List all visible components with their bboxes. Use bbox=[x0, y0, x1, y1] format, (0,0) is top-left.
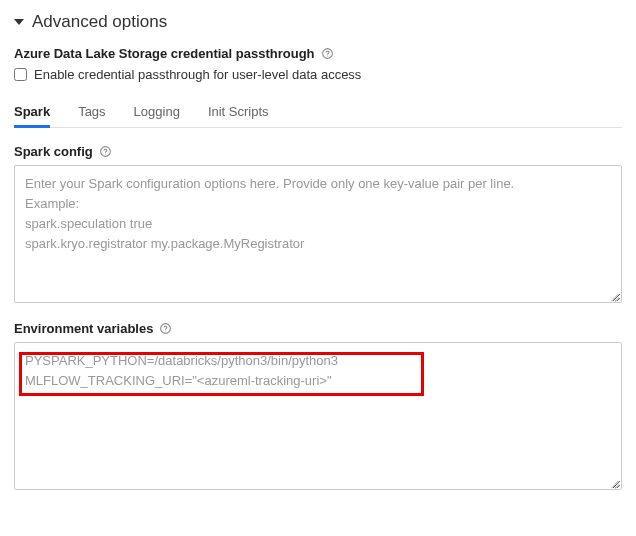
env-vars-field: Environment variables PYSPARK_PYTHON=/da… bbox=[14, 321, 622, 490]
help-icon[interactable] bbox=[321, 47, 334, 60]
tab-spark[interactable]: Spark bbox=[14, 98, 50, 127]
svg-point-1 bbox=[327, 55, 328, 56]
spark-config-placeholder: Enter your Spark configuration options h… bbox=[25, 176, 514, 251]
env-vars-label-text: Environment variables bbox=[14, 321, 153, 336]
spark-config-field: Spark config Enter your Spark configurat… bbox=[14, 144, 622, 303]
passthrough-checkbox-row: Enable credential passthrough for user-l… bbox=[14, 67, 622, 82]
passthrough-checkbox[interactable] bbox=[14, 68, 27, 81]
passthrough-checkbox-label[interactable]: Enable credential passthrough for user-l… bbox=[34, 67, 361, 82]
tab-logging[interactable]: Logging bbox=[134, 98, 180, 127]
section-title: Advanced options bbox=[32, 12, 167, 32]
env-vars-label: Environment variables bbox=[14, 321, 622, 336]
svg-point-3 bbox=[105, 153, 106, 154]
help-icon[interactable] bbox=[99, 145, 112, 158]
spark-config-label: Spark config bbox=[14, 144, 622, 159]
env-vars-value: PYSPARK_PYTHON=/databricks/python3/bin/p… bbox=[25, 353, 338, 388]
resize-handle-icon[interactable] bbox=[609, 291, 619, 301]
env-vars-wrapper: PYSPARK_PYTHON=/databricks/python3/bin/p… bbox=[14, 342, 622, 490]
tab-init-scripts[interactable]: Init Scripts bbox=[208, 98, 269, 127]
tab-tags[interactable]: Tags bbox=[78, 98, 105, 127]
spark-config-label-text: Spark config bbox=[14, 144, 93, 159]
caret-down-icon bbox=[14, 19, 24, 25]
resize-handle-icon[interactable] bbox=[609, 478, 619, 488]
env-vars-textarea[interactable]: PYSPARK_PYTHON=/databricks/python3/bin/p… bbox=[14, 342, 622, 490]
help-icon[interactable] bbox=[159, 322, 172, 335]
config-tabs: Spark Tags Logging Init Scripts bbox=[14, 98, 622, 128]
svg-point-5 bbox=[165, 330, 166, 331]
passthrough-label: Azure Data Lake Storage credential passt… bbox=[14, 46, 622, 61]
spark-config-textarea[interactable]: Enter your Spark configuration options h… bbox=[14, 165, 622, 303]
advanced-options-header[interactable]: Advanced options bbox=[14, 12, 622, 32]
passthrough-label-text: Azure Data Lake Storage credential passt… bbox=[14, 46, 315, 61]
